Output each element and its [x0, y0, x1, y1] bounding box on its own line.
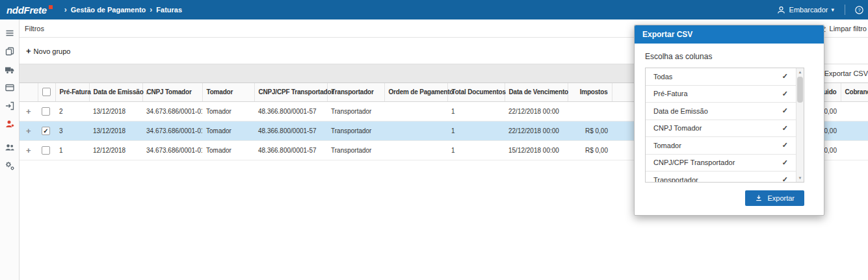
row-checkbox[interactable]	[42, 107, 50, 116]
user-menu-label: Embarcador	[789, 6, 828, 14]
row-checkbox[interactable]	[42, 146, 50, 155]
new-group-label: Novo grupo	[34, 47, 71, 55]
column-header-cobranca[interactable]: Cobrança	[841, 83, 868, 101]
cell-impostos: R$ 0,00	[568, 121, 612, 140]
user-menu[interactable]: Embarcador ▾	[770, 5, 841, 15]
logo-flag-icon	[49, 5, 53, 9]
topbar-right: Embarcador ▾ ?	[770, 5, 868, 15]
expand-row-button[interactable]: +	[23, 107, 31, 116]
app-window: nddFrete › Gestão de Pagamento › Faturas…	[0, 0, 868, 280]
cell-data-emissao: 13/12/2018	[89, 101, 142, 121]
cell-data-vencimento: 15/12/2018 00:00	[505, 140, 568, 160]
sidebar-item-users[interactable]	[2, 140, 18, 155]
breadcrumb-item-gestao[interactable]: Gestão de Pagamento	[71, 6, 146, 14]
list-scrollbar[interactable]: ▲ ▼	[796, 68, 804, 182]
column-option-pre-fatura[interactable]: Pré-Fatura ✓	[646, 86, 804, 103]
sidebar	[0, 19, 20, 280]
column-option-cnpj-cpf-transportador[interactable]: CNPJ/CPF Transportador ✓	[646, 155, 804, 172]
column-header-pre-fatura[interactable]: Pré-Fatura	[55, 83, 89, 101]
chevron-icon: ›	[64, 5, 67, 14]
select-column-header	[38, 83, 55, 101]
cell-cnpj-tomador: 34.673.686/0001-01	[142, 121, 202, 140]
column-header-cnpj-tomador[interactable]: CNPJ Tomador	[142, 83, 202, 101]
scroll-up-button[interactable]: ▲	[796, 68, 804, 76]
check-icon: ✓	[782, 124, 788, 133]
check-icon: ✓	[782, 72, 788, 81]
help-button[interactable]: ?	[849, 5, 868, 15]
cell-data-emissao: 13/12/2018	[89, 121, 142, 140]
cell-data-emissao: 12/12/2018	[89, 140, 142, 160]
cell-tomador: Tomador	[202, 121, 254, 140]
cell-impostos: R$ 0,00	[568, 140, 612, 160]
column-header-impostos[interactable]: Impostos	[568, 83, 612, 101]
sidebar-item-card[interactable]	[2, 80, 18, 95]
columns-list: Todas ✓ Pré-Fatura ✓ Data de Emissão ✓ C…	[645, 68, 804, 183]
column-option-cnpj-tomador[interactable]: CNPJ Tomador ✓	[646, 120, 804, 138]
sidebar-item-documents[interactable]	[2, 44, 18, 59]
modal-export-button[interactable]: Exportar	[745, 190, 804, 206]
column-header-data-vencimento[interactable]: Data de Vencimento	[505, 83, 568, 101]
modal-body: Escolha as colunas Todas ✓ Pré-Fatura ✓ …	[635, 44, 824, 215]
cell-total-documentos: 1	[447, 140, 505, 160]
breadcrumb: › Gestão de Pagamento › Faturas	[64, 5, 182, 14]
filters-title: Filtros	[25, 25, 44, 32]
topbar: nddFrete › Gestão de Pagamento › Faturas…	[0, 0, 868, 19]
check-icon: ✓	[782, 141, 788, 149]
cell-cnpj-cpf-transportador: 48.366.800/0001-57	[254, 101, 327, 121]
sidebar-item-freight[interactable]	[2, 62, 18, 77]
cell-pre-fatura: 2	[55, 101, 89, 121]
cell-cobranca	[841, 121, 868, 140]
scrollbar-thumb[interactable]	[797, 77, 803, 103]
select-all-checkbox[interactable]	[42, 88, 51, 96]
cell-cobranca	[841, 140, 868, 160]
column-header-cnpj-cpf-transportador[interactable]: CNPJ/CPF Transportador	[254, 83, 327, 101]
caret-down-icon: ▾	[831, 6, 834, 13]
breadcrumb-item-faturas[interactable]: Faturas	[156, 6, 182, 14]
user-icon	[776, 5, 786, 15]
cell-ordem-pagamento	[384, 101, 447, 121]
column-header-total-documentos[interactable]: Total Documentos	[447, 83, 505, 101]
download-icon	[755, 194, 763, 202]
cell-transportador: Transportador	[327, 140, 384, 160]
cell-tomador: Tomador	[202, 101, 254, 121]
users-icon	[5, 142, 15, 153]
column-header-data-emissao[interactable]: Data de Emissão ↓	[89, 83, 142, 101]
cell-data-vencimento: 22/12/2018 00:00	[505, 121, 568, 140]
sidebar-item-payment-management[interactable]	[2, 116, 18, 132]
expand-row-button[interactable]: +	[23, 126, 31, 136]
sidebar-item-menu[interactable]	[2, 25, 18, 41]
column-option-data-emissao[interactable]: Data de Emissão ✓	[646, 103, 804, 120]
cell-cnpj-cpf-transportador: 48.366.800/0001-57	[254, 121, 327, 140]
column-option-tomador[interactable]: Tomador ✓	[646, 137, 804, 155]
column-header-ordem-pagamento[interactable]: Ordem de Pagamento	[384, 83, 447, 101]
clear-filter-button[interactable]: Limpar filtro	[818, 24, 867, 33]
sidebar-item-settings[interactable]	[2, 158, 18, 173]
check-icon: ✓	[782, 175, 788, 183]
check-icon: ✓	[782, 90, 788, 98]
scroll-down-button[interactable]: ▼	[796, 174, 804, 182]
row-checkbox[interactable]	[42, 127, 50, 135]
export-csv-label: Exportar CSV	[824, 70, 868, 77]
svg-text:?: ?	[858, 7, 860, 13]
settings-icon	[5, 160, 15, 171]
cell-impostos	[568, 101, 612, 121]
sidebar-item-exit[interactable]	[2, 98, 18, 114]
card-icon	[5, 83, 15, 93]
column-header-tomador[interactable]: Tomador	[202, 83, 254, 101]
cell-total-documentos: 1	[447, 101, 505, 121]
copy-pages-icon	[5, 46, 15, 57]
cell-cobranca	[841, 101, 868, 121]
clear-filter-label: Limpar filtro	[830, 25, 867, 32]
column-option-transportador[interactable]: Transportador ✓	[646, 172, 804, 183]
menu-icon	[5, 28, 15, 38]
column-header-transportador[interactable]: Transportador	[327, 83, 384, 101]
expand-column-header	[20, 83, 38, 101]
export-csv-modal: Exportar CSV Escolha as colunas Todas ✓ …	[634, 25, 824, 216]
cell-cnpj-cpf-transportador: 48.366.800/0001-57	[254, 140, 327, 160]
plus-icon: +	[26, 46, 31, 56]
app-logo[interactable]: nddFrete	[7, 5, 53, 16]
expand-row-button[interactable]: +	[23, 146, 31, 155]
new-group-button[interactable]: + Novo grupo	[26, 46, 70, 56]
cell-pre-fatura: 1	[55, 140, 89, 160]
column-option-todas[interactable]: Todas ✓	[646, 68, 804, 86]
